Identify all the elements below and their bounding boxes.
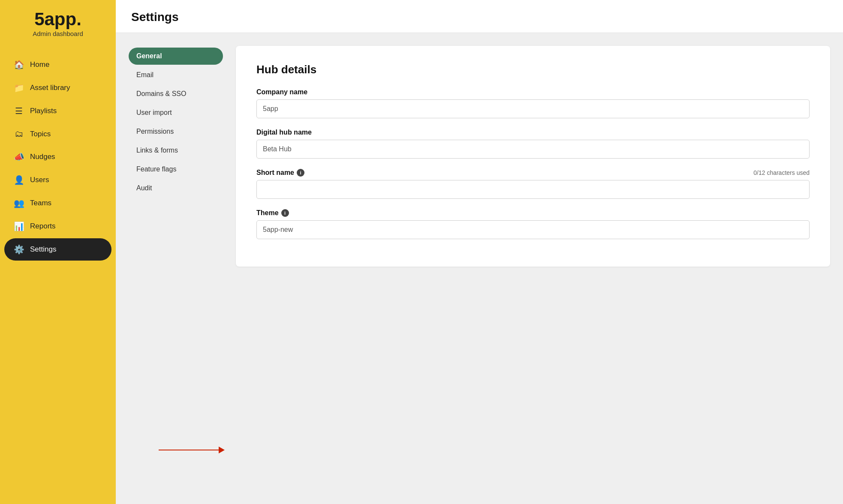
theme-group: Theme i (256, 209, 810, 239)
page-title: Settings (131, 10, 828, 24)
company-name-group: Company name (256, 88, 810, 118)
theme-info-icon: i (281, 209, 289, 217)
asset-library-icon: 📁 (14, 83, 24, 93)
home-icon: 🏠 (14, 60, 24, 70)
subnav-item-links-forms[interactable]: Links & forms (129, 142, 223, 159)
short-name-label-text: Short name (256, 169, 294, 177)
sidebar-nav: 🏠 Home 📁 Asset library ☰ Playlists 🗂 Top… (0, 44, 116, 504)
sidebar-item-home[interactable]: 🏠 Home (4, 54, 111, 76)
subnav-item-permissions[interactable]: Permissions (129, 123, 223, 140)
company-name-label: Company name (256, 88, 810, 96)
sidebar-item-label: Nudges (30, 153, 55, 161)
subnav-item-email[interactable]: Email (129, 66, 223, 84)
sidebar-item-topics[interactable]: 🗂 Topics (4, 123, 111, 145)
reports-icon: 📊 (14, 221, 24, 231)
users-icon: 👤 (14, 175, 24, 185)
app-logo: 5app. (9, 10, 107, 28)
sidebar-logo: 5app. Admin dashboard (0, 0, 116, 44)
sidebar-item-nudges[interactable]: 📣 Nudges (4, 146, 111, 168)
subnav-item-audit[interactable]: Audit (129, 180, 223, 197)
playlists-icon: ☰ (14, 106, 24, 116)
hub-details-card: Hub details Company name Digital hub nam… (236, 46, 830, 267)
arrow-head (219, 447, 225, 453)
main-body: General Email Domains & SSO User import … (116, 33, 843, 504)
topics-icon: 🗂 (14, 129, 24, 139)
digital-hub-name-group: Digital hub name (256, 129, 810, 159)
short-name-label-left: Short name i (256, 169, 304, 177)
sidebar-item-settings[interactable]: ⚙️ Settings (4, 238, 111, 261)
sidebar-item-label: Asset library (30, 84, 70, 92)
settings-icon: ⚙️ (14, 244, 24, 255)
short-name-label-row: Short name i 0/12 characters used (256, 169, 810, 177)
main-content: Settings General Email Domains & SSO Use… (116, 0, 843, 504)
nudges-icon: 📣 (14, 152, 24, 162)
sidebar-item-label: Settings (30, 245, 56, 254)
sidebar-item-asset-library[interactable]: 📁 Asset library (4, 77, 111, 99)
subnav-item-user-import[interactable]: User import (129, 104, 223, 121)
settings-subnav: General Email Domains & SSO User import … (129, 46, 223, 491)
short-name-group: Short name i 0/12 characters used (256, 169, 810, 199)
app-subtitle: Admin dashboard (9, 30, 107, 37)
sidebar-item-label: Teams (30, 199, 51, 207)
sidebar-item-label: Playlists (30, 107, 57, 115)
theme-label-text: Theme (256, 209, 279, 217)
digital-hub-name-label: Digital hub name (256, 129, 810, 136)
sidebar: 5app. Admin dashboard 🏠 Home 📁 Asset lib… (0, 0, 116, 504)
sidebar-item-label: Reports (30, 222, 56, 231)
sidebar-item-users[interactable]: 👤 Users (4, 169, 111, 191)
page-header: Settings (116, 0, 843, 33)
short-name-input[interactable] (256, 180, 810, 199)
sidebar-item-label: Home (30, 60, 49, 69)
company-name-input[interactable] (256, 99, 810, 118)
short-name-char-count: 0/12 characters used (753, 169, 810, 176)
sidebar-item-playlists[interactable]: ☰ Playlists (4, 100, 111, 122)
sidebar-item-label: Topics (30, 130, 51, 138)
sidebar-item-teams[interactable]: 👥 Teams (4, 192, 111, 214)
short-name-info-icon: i (297, 169, 304, 177)
theme-input[interactable] (256, 220, 810, 239)
subnav-item-feature-flags[interactable]: Feature flags (129, 161, 223, 178)
sidebar-item-label: Users (30, 176, 49, 184)
teams-icon: 👥 (14, 198, 24, 208)
theme-label-row: Theme i (256, 209, 810, 217)
sidebar-item-reports[interactable]: 📊 Reports (4, 215, 111, 237)
digital-hub-name-input[interactable] (256, 140, 810, 159)
subnav-item-general[interactable]: General (129, 48, 223, 65)
hub-details-title: Hub details (256, 63, 810, 76)
subnav-item-domains-sso[interactable]: Domains & SSO (129, 85, 223, 102)
arrow-annotation (159, 447, 225, 453)
arrow-line (159, 450, 219, 451)
